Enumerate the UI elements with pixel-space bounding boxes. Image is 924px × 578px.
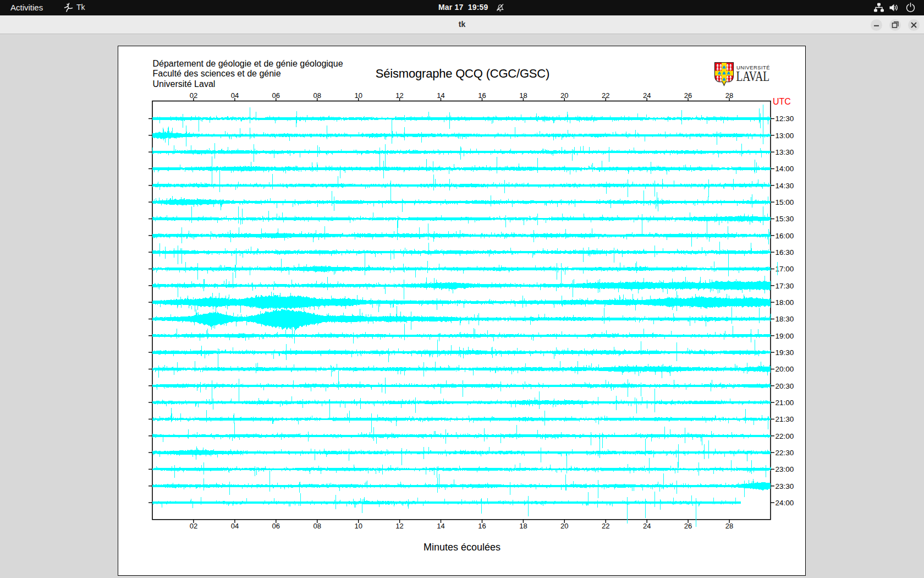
svg-text:17:00: 17:00 <box>776 265 794 273</box>
svg-text:16:30: 16:30 <box>776 248 794 257</box>
svg-text:17:30: 17:30 <box>776 282 794 290</box>
svg-text:12: 12 <box>395 522 403 530</box>
svg-text:Séismographe QCQ (CGC/GSC): Séismographe QCQ (CGC/GSC) <box>376 67 549 80</box>
svg-text:Département de géologie et de: Département de géologie et de génie géol… <box>153 59 343 68</box>
svg-text:23:00: 23:00 <box>776 465 794 473</box>
svg-text:08: 08 <box>313 522 321 530</box>
svg-text:20:00: 20:00 <box>776 365 794 373</box>
svg-text:16: 16 <box>478 522 486 530</box>
svg-text:28: 28 <box>725 91 733 100</box>
svg-text:UTC: UTC <box>773 97 791 106</box>
svg-text:28: 28 <box>725 522 733 530</box>
svg-text:02: 02 <box>190 522 197 530</box>
svg-text:14:30: 14:30 <box>776 182 794 190</box>
svg-text:14:00: 14:00 <box>776 165 794 173</box>
svg-text:13:00: 13:00 <box>776 132 794 140</box>
svg-text:14: 14 <box>437 522 444 530</box>
svg-text:10: 10 <box>354 522 362 530</box>
svg-text:18: 18 <box>519 91 527 100</box>
svg-text:08: 08 <box>313 91 321 100</box>
svg-text:04: 04 <box>231 91 239 100</box>
svg-text:10: 10 <box>354 91 362 100</box>
svg-text:04: 04 <box>231 522 239 530</box>
svg-text:06: 06 <box>272 91 280 100</box>
svg-text:Minutes écoulées: Minutes écoulées <box>424 542 501 553</box>
svg-text:20:30: 20:30 <box>776 382 794 390</box>
svg-text:12:30: 12:30 <box>776 114 794 123</box>
svg-text:19:30: 19:30 <box>776 348 794 357</box>
svg-text:23:30: 23:30 <box>776 482 794 490</box>
svg-text:06: 06 <box>272 522 280 530</box>
svg-text:13:30: 13:30 <box>776 148 794 156</box>
svg-text:15:30: 15:30 <box>776 215 794 223</box>
svg-text:02: 02 <box>190 91 197 100</box>
svg-text:Université Laval: Université Laval <box>153 79 216 89</box>
svg-text:21:00: 21:00 <box>776 399 794 407</box>
svg-text:22:30: 22:30 <box>776 449 794 457</box>
svg-text:21:30: 21:30 <box>776 415 794 423</box>
svg-text:26: 26 <box>684 522 692 530</box>
svg-text:22: 22 <box>602 91 609 100</box>
svg-text:22: 22 <box>602 522 609 530</box>
svg-text:26: 26 <box>684 91 692 100</box>
svg-text:16: 16 <box>478 91 486 100</box>
svg-text:16:00: 16:00 <box>776 232 794 240</box>
svg-text:18:30: 18:30 <box>776 315 794 323</box>
svg-text:22:00: 22:00 <box>776 432 794 440</box>
svg-text:18: 18 <box>519 522 527 530</box>
svg-text:20: 20 <box>560 522 568 530</box>
svg-text:24: 24 <box>643 91 651 100</box>
svg-text:LAVAL: LAVAL <box>736 69 770 84</box>
svg-text:24: 24 <box>643 522 651 530</box>
svg-text:24:00: 24:00 <box>776 499 794 507</box>
svg-text:15:00: 15:00 <box>776 198 794 206</box>
svg-text:18:00: 18:00 <box>776 298 794 307</box>
svg-text:Faculté des sciences et de gén: Faculté des sciences et de génie <box>153 69 281 78</box>
svg-text:20: 20 <box>560 91 568 100</box>
svg-text:12: 12 <box>395 91 403 100</box>
svg-text:19:00: 19:00 <box>776 332 794 340</box>
svg-text:14: 14 <box>437 91 444 100</box>
